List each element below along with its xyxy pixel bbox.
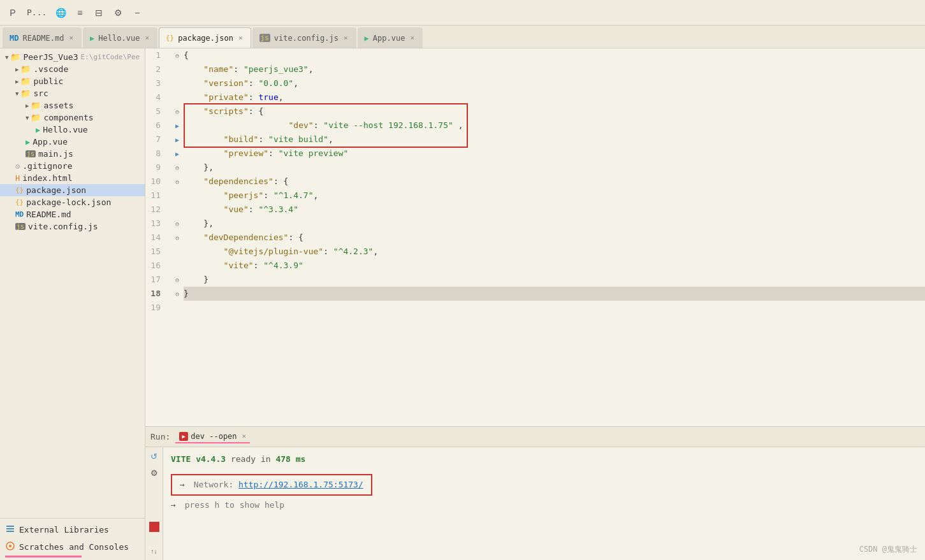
- run-header: Run: ▶ dev --open ×: [145, 427, 925, 447]
- folder-components-icon: 📁: [31, 113, 41, 122]
- arrow-help: →: [171, 500, 176, 510]
- ln-13: 13: [145, 217, 166, 231]
- help-line: → press h to show help: [171, 498, 917, 512]
- gutter-3: [171, 76, 184, 90]
- rerun-btn[interactable]: ↺: [148, 450, 161, 463]
- stop-btn[interactable]: [149, 522, 159, 532]
- watermark: CSDN @鬼鬼骑士: [859, 544, 917, 555]
- vite-ms: 478 ms: [275, 454, 305, 464]
- ln-4: 4: [145, 90, 166, 104]
- hello-vue-label: Hello.vue: [43, 125, 87, 134]
- gutter: ⊖ ⊖ ▶ ▶ ▶ ⊖ ⊖ ⊖ ⊖ ⊖ ⊖: [171, 48, 184, 426]
- network-url[interactable]: http://192.168.1.75:5173/: [238, 480, 363, 489]
- project-icon-btn[interactable]: P: [5, 5, 20, 20]
- run-tab-label: dev --open: [191, 432, 237, 441]
- tab-readme[interactable]: MD README.md ×: [3, 27, 82, 48]
- settings-btn[interactable]: ⚙: [148, 466, 161, 479]
- ln-16: 16: [145, 259, 166, 273]
- gutter-5[interactable]: ⊖: [171, 104, 184, 118]
- tab-hello-vue[interactable]: ▶ Hello.vue ×: [83, 27, 157, 48]
- align-justify-btn[interactable]: ⊟: [91, 5, 106, 20]
- code-lines: { "name": "peerjs_vue3", "version": "0.0…: [184, 48, 925, 426]
- ln-3: 3: [145, 76, 166, 90]
- folder-src-icon: 📁: [20, 89, 31, 98]
- gutter-18[interactable]: ⊖: [171, 287, 184, 301]
- gutter-13[interactable]: ⊖: [171, 217, 184, 231]
- minus-btn[interactable]: −: [129, 5, 145, 20]
- gutter-1[interactable]: ⊖: [171, 48, 184, 62]
- sidebar-scratches[interactable]: Scratches and Consoles: [0, 538, 145, 556]
- sidebar-item-gitignore[interactable]: ⚙ .gitignore: [0, 160, 145, 172]
- code-line-9: },: [184, 161, 925, 175]
- gitignore-icon: ⚙: [15, 162, 20, 171]
- sidebar-item-components[interactable]: ▼ 📁 components: [0, 111, 145, 124]
- sidebar-item-readme[interactable]: MD README.md: [0, 208, 145, 220]
- project-name: PeerJS_Vue3: [23, 52, 78, 62]
- sidebar-item-package-json[interactable]: {} package.json: [0, 184, 145, 196]
- gutter-6[interactable]: ▶: [171, 118, 184, 133]
- sidebar-external-libs[interactable]: External Libraries: [0, 521, 145, 538]
- main-area: ▼ 📁 PeerJS_Vue3 E:\gitCode\Pee ▶ 📁 .vsco…: [0, 48, 925, 560]
- code-line-10: "dependencies": {: [184, 175, 925, 189]
- arrow-right-vscode: ▶: [15, 66, 18, 73]
- sidebar-project-root[interactable]: ▼ 📁 PeerJS_Vue3 E:\gitCode\Pee: [0, 51, 145, 63]
- run-tab-close[interactable]: ×: [242, 432, 247, 440]
- tab-package-json[interactable]: {} package.json ×: [159, 27, 251, 48]
- gear-btn[interactable]: ⚙: [110, 5, 126, 20]
- sidebar-item-index-html[interactable]: H index.html: [0, 172, 145, 184]
- sidebar-item-vscode[interactable]: ▶ 📁 .vscode: [0, 63, 145, 75]
- run-tab-dev[interactable]: ▶ dev --open ×: [175, 431, 250, 443]
- sidebar-item-assets[interactable]: ▶ 📁 assets: [0, 99, 145, 111]
- md-readme-icon: MD: [15, 210, 24, 219]
- sidebar-tree: ▼ 📁 PeerJS_Vue3 E:\gitCode\Pee ▶ 📁 .vsco…: [0, 48, 145, 518]
- sidebar-item-vite-config[interactable]: js vite.config.js: [0, 220, 145, 233]
- main-js-label: main.js: [38, 149, 73, 159]
- json-icon-pkg: {}: [166, 34, 174, 42]
- ln-10: 10: [145, 175, 166, 189]
- gutter-11: [171, 189, 184, 203]
- code-line-12: "vue": "^3.3.4": [184, 203, 925, 217]
- gutter-10[interactable]: ⊖: [171, 175, 184, 189]
- ln-5: 5: [145, 104, 166, 118]
- tab-vite-close[interactable]: ×: [342, 33, 349, 43]
- globe-btn[interactable]: 🌐: [53, 5, 68, 20]
- tab-package-close[interactable]: ×: [237, 33, 244, 43]
- ln-19: 19: [145, 301, 166, 315]
- gutter-9[interactable]: ⊖: [171, 161, 184, 175]
- gutter-7[interactable]: ▶: [171, 133, 184, 147]
- scroll-up-btn[interactable]: ↑↓: [148, 545, 161, 557]
- align-center-btn[interactable]: ≡: [72, 5, 87, 20]
- sidebar-item-src[interactable]: ▼ 📁 src: [0, 87, 145, 99]
- gutter-14[interactable]: ⊖: [171, 231, 184, 245]
- tab-vite-config[interactable]: js vite.config.js ×: [252, 27, 356, 48]
- tab-readme-close[interactable]: ×: [68, 33, 75, 43]
- code-line-15: "@vitejs/plugin-vue": "^4.2.3",: [184, 245, 925, 259]
- gutter-19: [171, 301, 184, 315]
- code-line-18: }: [184, 287, 925, 301]
- network-box-wrapper: → Network: http://192.168.1.75:5173/: [171, 471, 917, 498]
- ln-7: 7: [145, 133, 166, 147]
- vue-file-app-icon: ▶: [25, 138, 30, 147]
- network-label: Network:: [194, 480, 234, 489]
- sidebar-item-public[interactable]: ▶ 📁 public: [0, 75, 145, 87]
- run-left-toolbar: ↺ ⚙ ↑↓: [145, 447, 163, 560]
- ln-1: 1: [145, 48, 166, 62]
- run-icon: ▶: [179, 432, 188, 441]
- top-toolbar: P P... 🌐 ≡ ⊟ ⚙ −: [0, 0, 925, 25]
- vite-ready-text: ready in: [231, 454, 275, 464]
- gutter-17[interactable]: ⊖: [171, 273, 184, 287]
- sidebar-item-main-js[interactable]: js main.js: [0, 148, 145, 160]
- code-editor[interactable]: 1 2 3 4 5 6 7 8 9 10 11 12 13 14 15 16 1…: [145, 48, 925, 426]
- tab-hello-close[interactable]: ×: [143, 33, 150, 43]
- scratch-icon: [5, 541, 15, 553]
- sidebar-item-package-lock[interactable]: {} package-lock.json: [0, 196, 145, 208]
- tab-readme-label: README.md: [22, 34, 64, 43]
- ln-2: 2: [145, 62, 166, 76]
- app-vue-label: App.vue: [33, 137, 68, 147]
- src-label: src: [33, 89, 48, 98]
- gutter-8[interactable]: ▶: [171, 147, 184, 161]
- sidebar-item-hello-vue[interactable]: ▶ Hello.vue: [0, 124, 145, 136]
- tab-app-vue[interactable]: ▶ App.vue ×: [358, 27, 423, 48]
- sidebar-item-app-vue[interactable]: ▶ App.vue: [0, 136, 145, 148]
- tab-app-close[interactable]: ×: [409, 33, 416, 43]
